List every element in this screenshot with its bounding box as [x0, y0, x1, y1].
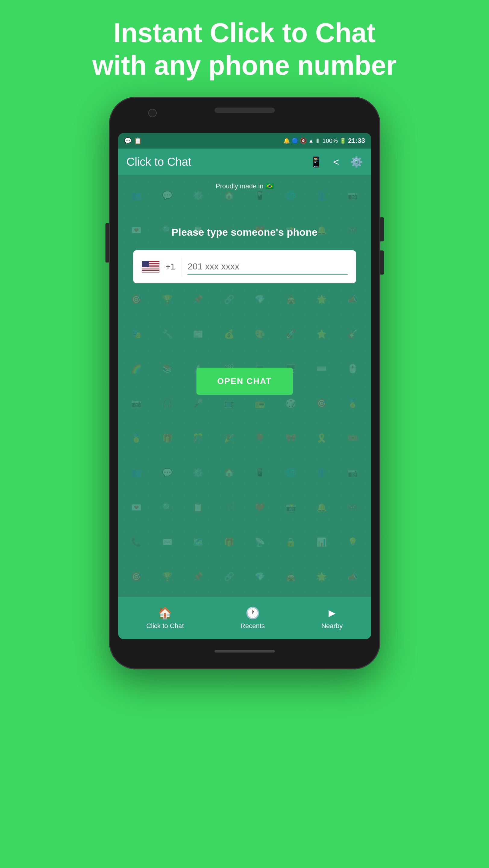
phone-screen: 💬 📋 🔔 🔵 🔇 ▲ |||| 100% 🔋 21:33 Click to C… — [118, 133, 371, 639]
nav-nearby[interactable]: ► Nearby — [322, 607, 343, 630]
screen-status-icon: 📋 — [134, 137, 141, 144]
nav-recents[interactable]: 🕐 Recents — [240, 607, 265, 630]
phone-bottom-bar — [109, 639, 380, 663]
message-status-icon: 💬 — [124, 137, 132, 144]
open-chat-label: OPEN CHAT — [217, 376, 272, 386]
us-flag-stripes — [142, 261, 159, 273]
phone-prompt: Please type someone's phone — [171, 226, 317, 238]
phone-top-bar — [109, 97, 380, 133]
bluetooth-icon: 🔵 — [292, 137, 298, 144]
home-nav-icon: 🏠 — [158, 607, 172, 620]
us-flag-canton — [142, 261, 149, 267]
app-title: Click to Chat — [127, 156, 310, 168]
volume-button-right — [380, 250, 384, 275]
share-icon[interactable]: < — [333, 156, 339, 168]
battery-icon: 🔋 — [339, 137, 346, 144]
headline-line2: with any phone number — [92, 49, 396, 82]
volume-button-left — [105, 223, 109, 262]
open-chat-button[interactable]: OPEN CHAT — [196, 368, 293, 395]
phone-frame: 💬 📋 🔔 🔵 🔇 ▲ |||| 100% 🔋 21:33 Click to C… — [109, 97, 380, 670]
bottom-nav: 🏠 Click to Chat 🕐 Recents ► Nearby — [118, 597, 371, 639]
signal-icon: |||| — [316, 138, 321, 144]
home-indicator — [215, 650, 275, 652]
status-left-icons: 💬 📋 — [124, 137, 141, 144]
wifi-icon: ▲ — [308, 138, 314, 144]
status-time: 21:33 — [348, 137, 365, 145]
battery-percent: 100% — [322, 137, 338, 144]
settings-icon[interactable]: ⚙️ — [350, 156, 363, 168]
phone-number-input[interactable] — [187, 259, 348, 275]
country-flag-us[interactable] — [141, 261, 160, 273]
nearby-nav-icon: ► — [326, 607, 338, 620]
front-camera — [148, 109, 157, 117]
nav-nearby-label: Nearby — [322, 622, 343, 630]
main-content: 👥💬⚙️🏠📱🌐👤📷 💌🔍📋🎵❤️📸🔔🎮 📞✉️🗺️🎁📡🔒📊💡 🎯🏆📌🔗💎🎪🌟📣 … — [118, 175, 371, 597]
status-bar: 💬 📋 🔔 🔵 🔇 ▲ |||| 100% 🔋 21:33 — [118, 133, 371, 149]
power-button — [380, 217, 384, 241]
headline: Instant Click to Chat with any phone num… — [62, 0, 427, 91]
input-divider — [181, 258, 182, 276]
app-toolbar: Click to Chat 📱 < ⚙️ — [118, 149, 371, 175]
nav-recents-label: Recents — [240, 622, 265, 630]
phone-input-card: +1 — [133, 250, 356, 283]
content-inner: Proudly made in 🇧🇷 Please type someone's… — [118, 175, 371, 395]
recents-nav-icon: 🕐 — [246, 607, 260, 620]
country-code-label[interactable]: +1 — [166, 262, 175, 272]
phone-speaker — [215, 107, 275, 113]
nav-click-to-chat-label: Click to Chat — [146, 622, 184, 630]
screen-share-icon[interactable]: 📱 — [310, 156, 322, 168]
headline-line1: Instant Click to Chat — [92, 17, 396, 49]
nav-click-to-chat[interactable]: 🏠 Click to Chat — [146, 607, 184, 630]
proudly-made-label: Proudly made in 🇧🇷 — [216, 182, 273, 190]
toolbar-actions: 📱 < ⚙️ — [310, 156, 363, 168]
status-right-info: 🔔 🔵 🔇 ▲ |||| 100% 🔋 21:33 — [283, 137, 365, 145]
sound-icon: 🔇 — [300, 137, 307, 144]
storage-icon: 🔔 — [283, 137, 290, 144]
